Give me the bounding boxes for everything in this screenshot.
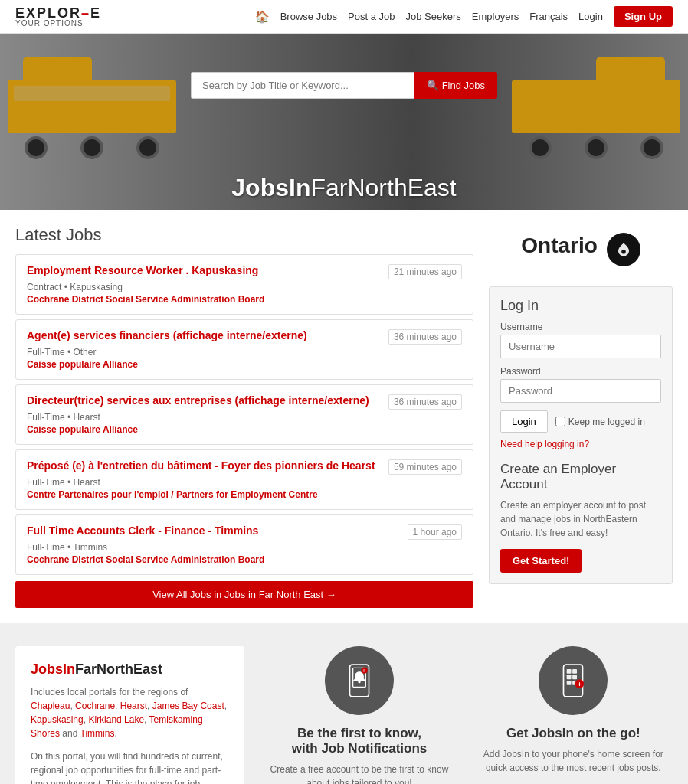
svg-rect-9: [572, 669, 577, 674]
jobs-list: Employment Resource Worker . Kapuskasing…: [15, 254, 473, 575]
job-card[interactable]: Directeur(trice) services aux entreprise…: [15, 384, 473, 445]
job-company[interactable]: Centre Partenaires pour l'emploi / Partn…: [27, 489, 462, 500]
mobile-desc: Add JobsIn to your phone's home screen f…: [474, 747, 673, 775]
job-time: 1 hour ago: [408, 524, 462, 540]
logo-explore: EXPLOR–E: [15, 6, 101, 20]
truck-right: [512, 80, 680, 179]
employer-title: Create an Employer Account: [500, 462, 661, 492]
mobile-icon-wrapper: +: [539, 646, 608, 715]
jobs-section-title: Latest Jobs: [15, 225, 473, 245]
job-time: 36 minutes ago: [388, 394, 462, 410]
nav-francais[interactable]: Français: [529, 11, 568, 22]
login-button[interactable]: Login: [500, 410, 548, 433]
job-meta: Contract • Kapuskasing: [27, 282, 462, 292]
username-label: Username: [500, 322, 661, 332]
nav-post-job[interactable]: Post a Job: [348, 11, 395, 22]
footer-about: JobsInFarNorthEast Includes local portal…: [15, 646, 244, 784]
logo-sub: YOUR Options: [15, 20, 101, 28]
logo: EXPLOR–E YOUR Options: [15, 6, 101, 28]
job-meta: Full-Time • Hearst: [27, 477, 462, 488]
footer-mobile: + Get JobsIn on the go! Add JobsIn to yo…: [474, 646, 673, 784]
region-kirkland[interactable]: Kirkland Lake: [88, 714, 144, 725]
hero-title: JobsInFarNorthEast: [231, 174, 456, 202]
job-title[interactable]: Directeur(trice) services aux entreprise…: [27, 394, 381, 407]
notification-desc: Create a free account to be the first to…: [260, 763, 458, 784]
footer-notifications: ! Be the first to know, with Job Notific…: [260, 646, 458, 784]
nav-employers[interactable]: Employers: [472, 11, 519, 22]
notification-title: Be the first to know, with Job Notificat…: [260, 726, 458, 756]
find-jobs-button[interactable]: 🔍 Find Jobs: [414, 72, 497, 99]
footer-desc-main: On this portal, you will find hundreds o…: [31, 750, 229, 784]
svg-rect-10: [567, 675, 572, 680]
footer-section: JobsInFarNorthEast Includes local portal…: [0, 623, 688, 784]
search-input[interactable]: [191, 72, 414, 99]
svg-rect-8: [567, 669, 572, 674]
mobile-title: Get JobsIn on the go!: [474, 726, 673, 741]
job-title[interactable]: Full Time Accounts Clerk - Finance - Tim…: [27, 524, 400, 537]
home-icon[interactable]: 🏠: [255, 10, 270, 24]
password-label: Password: [500, 366, 661, 377]
svg-rect-12: [567, 681, 572, 685]
job-time: 36 minutes ago: [388, 329, 462, 345]
jobs-section: Latest Jobs Employment Resource Worker .…: [15, 225, 473, 608]
login-box: Log In Username Password Login Keep me l…: [489, 286, 673, 584]
job-card[interactable]: Employment Resource Worker . Kapuskasing…: [15, 254, 473, 315]
svg-text:+: +: [578, 681, 582, 688]
nav-browse-jobs[interactable]: Browse Jobs: [280, 11, 337, 22]
ontario-badge: [607, 233, 640, 266]
need-help-link[interactable]: Need help logging in?: [500, 439, 661, 449]
ontario-text: Ontario: [521, 234, 598, 257]
hero-title-thin: FarNorthEast: [310, 174, 456, 201]
job-company[interactable]: Cochrane District Social Service Adminis…: [27, 294, 462, 305]
logo-dash: –: [81, 5, 90, 21]
job-company[interactable]: Cochrane District Social Service Adminis…: [27, 554, 462, 565]
keep-logged-checkbox[interactable]: [555, 416, 565, 426]
truck-left: [8, 80, 176, 179]
main-nav: 🏠 Browse Jobs Post a Job Job Seekers Emp…: [255, 6, 673, 27]
footer-grid: JobsInFarNorthEast Includes local portal…: [15, 646, 673, 784]
password-input[interactable]: [500, 379, 661, 403]
footer-brand: JobsInFarNorthEast: [31, 662, 229, 678]
svg-text:!: !: [363, 668, 365, 673]
job-meta: Full-Time • Other: [27, 347, 462, 358]
main-content: Latest Jobs Employment Resource Worker .…: [0, 210, 688, 623]
footer-desc-regions: Includes local portals for the regions o…: [31, 685, 229, 740]
region-timmins[interactable]: Timmins: [80, 728, 115, 739]
ontario-logo: Ontario: [489, 225, 673, 274]
hero-section: 🔍 Find Jobs JobsInFarNorthEast: [0, 34, 688, 210]
login-title: Log In: [500, 298, 661, 314]
site-header: EXPLOR–E YOUR Options 🏠 Browse Jobs Post…: [0, 0, 688, 34]
region-cochrane[interactable]: Cochrane: [75, 701, 115, 711]
job-meta: Full-Time • Timmins: [27, 542, 462, 553]
job-title[interactable]: Employment Resource Worker . Kapuskasing: [27, 264, 381, 276]
keep-logged-label[interactable]: Keep me logged in: [555, 416, 645, 427]
job-company[interactable]: Caisse populaire Alliance: [27, 424, 462, 435]
job-card[interactable]: Full Time Accounts Clerk - Finance - Tim…: [15, 514, 473, 575]
employer-description: Create an employer account to post and m…: [500, 498, 661, 540]
nav-job-seekers[interactable]: Job Seekers: [406, 11, 461, 22]
job-card[interactable]: Préposé (e) à l'entretien du bâtiment - …: [15, 449, 473, 510]
job-company[interactable]: Caisse populaire Alliance: [27, 359, 462, 370]
svg-rect-11: [572, 675, 577, 680]
job-title[interactable]: Préposé (e) à l'entretien du bâtiment - …: [27, 459, 381, 472]
region-kapuskasing[interactable]: Kapuskasing: [31, 714, 84, 725]
job-card[interactable]: Agent(e) services financiers (affichage …: [15, 319, 473, 380]
hero-search-bar: 🔍 Find Jobs: [191, 72, 497, 99]
signup-button[interactable]: Sign Up: [614, 6, 673, 27]
username-input[interactable]: [500, 335, 661, 358]
view-all-jobs-button[interactable]: View All Jobs in Jobs in Far North East …: [15, 581, 473, 608]
job-time: 59 minutes ago: [388, 459, 462, 475]
job-title[interactable]: Agent(e) services financiers (affichage …: [27, 329, 381, 341]
region-hearst[interactable]: Hearst: [120, 701, 147, 711]
footer-brand-bold: JobsIn: [31, 662, 75, 677]
footer-brand-thin: FarNorthEast: [75, 662, 162, 677]
job-time: 21 minutes ago: [388, 264, 462, 279]
region-chapleau[interactable]: Chapleau: [31, 701, 70, 711]
get-started-button[interactable]: Get Started!: [500, 549, 582, 573]
job-meta: Full-Time • Hearst: [27, 412, 462, 423]
notification-icon-wrapper: !: [325, 646, 394, 715]
region-james-bay[interactable]: James Bay Coast: [152, 701, 224, 711]
employer-section: Create an Employer Account Create an emp…: [500, 462, 661, 573]
login-row: Login Keep me logged in: [500, 410, 661, 433]
nav-login[interactable]: Login: [578, 11, 603, 22]
